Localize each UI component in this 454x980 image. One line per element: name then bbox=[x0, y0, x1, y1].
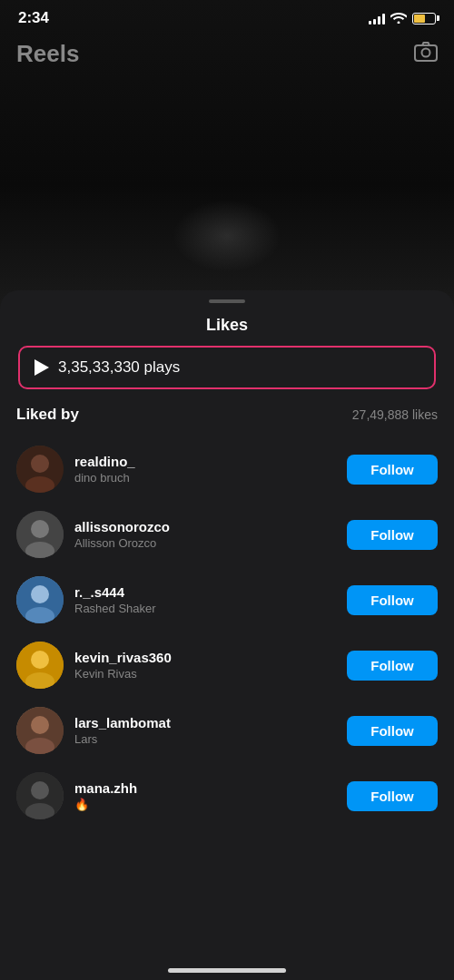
follow-button[interactable]: Follow bbox=[347, 651, 438, 681]
camera-icon[interactable] bbox=[414, 41, 438, 68]
avatar bbox=[16, 576, 64, 623]
display-name: Allisson Orozco bbox=[74, 536, 336, 550]
user-info: r._.s444 Rashed Shaker bbox=[74, 584, 336, 615]
status-icons bbox=[369, 11, 436, 26]
svg-point-6 bbox=[31, 520, 49, 538]
follow-button[interactable]: Follow bbox=[347, 585, 438, 615]
display-name: dino bruch bbox=[74, 471, 336, 485]
svg-point-18 bbox=[31, 781, 49, 799]
svg-point-3 bbox=[31, 455, 49, 473]
home-indicator bbox=[168, 968, 286, 973]
display-name: Lars bbox=[74, 732, 336, 746]
user-list: realdino_ dino bruch Follow allissonoroz… bbox=[0, 436, 454, 980]
follow-button[interactable]: Follow bbox=[347, 455, 438, 485]
likes-sheet: Likes 3,35,33,330 plays Liked by 27,49,8… bbox=[0, 290, 454, 980]
username: allissonorozco bbox=[74, 519, 336, 534]
user-info: kevin_rivas360 Kevin Rivas bbox=[74, 650, 336, 681]
user-info: allissonorozco Allisson Orozco bbox=[74, 519, 336, 550]
plays-count: 3,35,33,330 plays bbox=[58, 358, 180, 377]
avatar bbox=[16, 642, 64, 689]
liked-by-label: Liked by bbox=[16, 406, 79, 424]
follow-button[interactable]: Follow bbox=[347, 781, 438, 811]
display-name: Kevin Rivas bbox=[74, 667, 336, 681]
svg-point-15 bbox=[31, 716, 49, 734]
list-item: realdino_ dino bruch Follow bbox=[0, 436, 454, 502]
status-time: 2:34 bbox=[18, 9, 49, 27]
play-icon bbox=[35, 359, 49, 376]
avatar bbox=[16, 772, 64, 819]
username: mana.zhh bbox=[74, 780, 336, 796]
avatar bbox=[16, 511, 64, 558]
display-name: 🔥 bbox=[74, 798, 336, 811]
username: r._.s444 bbox=[74, 584, 336, 600]
plays-box: 3,35,33,330 plays bbox=[18, 346, 436, 389]
sheet-title: Likes bbox=[0, 303, 454, 346]
user-info: mana.zhh 🔥 bbox=[74, 780, 336, 811]
list-item: r._.s444 Rashed Shaker Follow bbox=[0, 567, 454, 632]
username: realdino_ bbox=[74, 454, 336, 469]
username: kevin_rivas360 bbox=[74, 650, 336, 665]
likes-count: 27,49,888 likes bbox=[352, 407, 438, 422]
svg-point-12 bbox=[31, 651, 49, 669]
user-info: lars_lambomat Lars bbox=[74, 715, 336, 746]
liked-by-header: Liked by 27,49,888 likes bbox=[0, 406, 454, 436]
username: lars_lambomat bbox=[74, 715, 336, 730]
follow-button[interactable]: Follow bbox=[347, 520, 438, 550]
signal-icon bbox=[369, 12, 385, 24]
svg-point-1 bbox=[422, 48, 430, 56]
list-item: allissonorozco Allisson Orozco Follow bbox=[0, 502, 454, 567]
top-bar: Reels bbox=[0, 33, 454, 79]
svg-point-9 bbox=[31, 585, 49, 603]
page-title: Reels bbox=[16, 40, 79, 68]
list-item: kevin_rivas360 Kevin Rivas Follow bbox=[0, 632, 454, 698]
avatar bbox=[16, 707, 64, 754]
avatar bbox=[16, 446, 64, 493]
status-bar: 2:34 bbox=[0, 0, 454, 33]
battery-icon bbox=[412, 13, 436, 24]
list-item: lars_lambomat Lars Follow bbox=[0, 698, 454, 763]
user-info: realdino_ dino bruch bbox=[74, 454, 336, 485]
display-name: Rashed Shaker bbox=[74, 602, 336, 615]
list-item: mana.zhh 🔥 Follow bbox=[0, 763, 454, 828]
wifi-icon bbox=[390, 11, 407, 26]
follow-button[interactable]: Follow bbox=[347, 716, 438, 746]
